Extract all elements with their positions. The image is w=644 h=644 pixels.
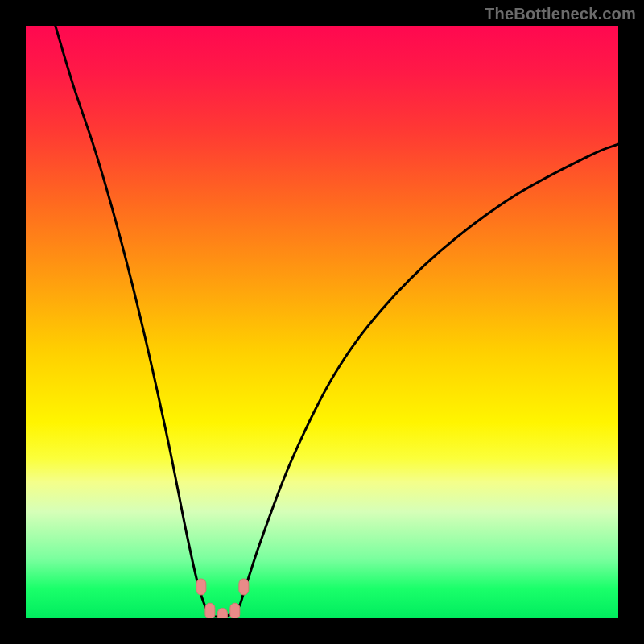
plot-area: [26, 26, 618, 618]
marker-left-inner: [205, 603, 215, 618]
marker-bottom-mid: [217, 608, 227, 618]
curve-layer: [26, 26, 618, 618]
marker-right-outer: [239, 579, 249, 595]
bottleneck-curve: [56, 26, 618, 617]
watermark-text: TheBottleneck.com: [485, 5, 636, 23]
marker-right-inner: [230, 603, 240, 618]
chart-stage: TheBottleneck.com: [0, 0, 644, 644]
marker-left-outer: [196, 579, 206, 595]
